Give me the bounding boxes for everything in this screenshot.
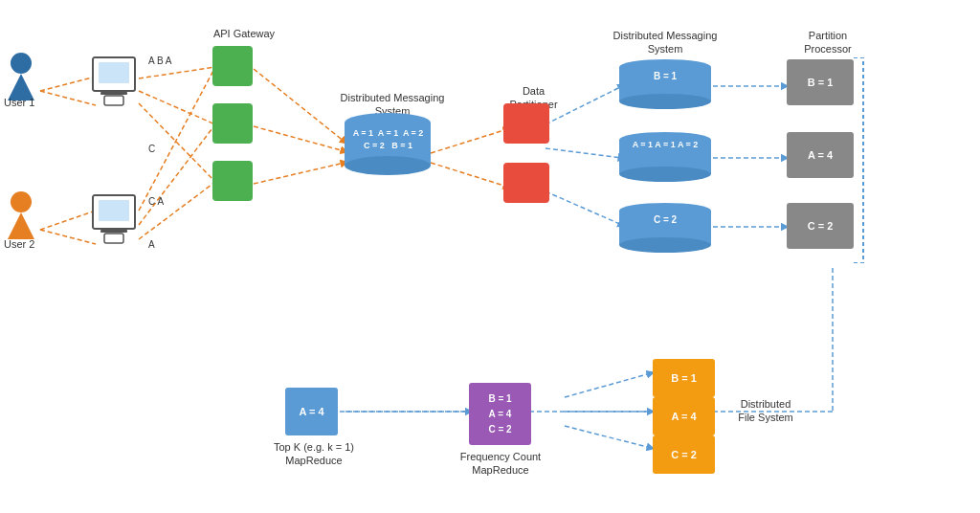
dms-right-cylinder-3: C = 2	[617, 203, 713, 253]
data-partitioner-box-2	[503, 163, 549, 203]
user1-device	[91, 56, 137, 108]
svg-rect-28	[99, 62, 129, 83]
msg-a: A	[148, 239, 155, 250]
svg-line-8	[139, 124, 215, 225]
freq-doc: B = 1A = 4C = 2	[469, 383, 531, 445]
svg-line-6	[139, 103, 215, 182]
svg-line-17	[546, 191, 622, 225]
svg-point-43	[619, 167, 711, 182]
msg-aba: A B A	[148, 56, 171, 66]
dfs-box-3: C = 2	[653, 435, 715, 474]
msg-ca: C A	[148, 196, 164, 207]
user2-body	[8, 212, 34, 239]
user1-label: User 1	[4, 96, 34, 109]
dms-right-cylinder-1: B = 1	[617, 59, 713, 109]
partition-processor-label: PartitionProcessor	[790, 29, 866, 56]
svg-line-5	[139, 91, 215, 124]
svg-line-16	[546, 148, 622, 158]
svg-line-7	[139, 67, 215, 211]
pp-bracket	[852, 57, 866, 263]
svg-line-11	[254, 126, 345, 151]
svg-line-9	[139, 182, 215, 239]
svg-line-2	[40, 211, 96, 230]
svg-line-13	[431, 129, 507, 153]
dfs-box-2: A = 4	[653, 397, 715, 435]
user2-figure	[8, 191, 34, 239]
svg-line-12	[254, 163, 345, 184]
svg-point-37	[345, 156, 431, 175]
dfs-label: DistributedFile System	[723, 397, 809, 425]
svg-line-10	[254, 69, 345, 142]
dms-right-label: Distributed MessagingSystem	[612, 29, 718, 56]
pp-box-2: A = 4	[787, 132, 854, 178]
dfs-box-1: B = 1	[653, 359, 715, 397]
api-gateway-box-2	[212, 103, 253, 144]
pp-box-1: B = 1	[787, 59, 854, 105]
svg-line-22	[565, 373, 651, 397]
freq-label: Frequency CountMapReduce	[453, 450, 548, 478]
dms-cylinder: A = 1 A = 1 A = 2C = 2 B = 1	[343, 113, 434, 175]
svg-rect-30	[104, 96, 123, 105]
svg-rect-33	[100, 230, 127, 233]
svg-line-4	[139, 67, 215, 78]
user2-device	[91, 193, 137, 246]
svg-line-14	[431, 163, 507, 187]
svg-rect-32	[99, 200, 129, 221]
api-gateway-label: API Gateway	[206, 27, 282, 40]
svg-point-40	[619, 94, 711, 109]
svg-line-24	[565, 426, 651, 448]
svg-line-1	[40, 91, 96, 105]
user2-label: User 2	[4, 237, 34, 251]
svg-line-3	[40, 230, 96, 244]
svg-rect-29	[100, 92, 127, 95]
svg-point-46	[619, 237, 711, 253]
pp-box-3: C = 2	[787, 203, 854, 249]
dms-right-cylinder-2: A = 1 A = 1 A = 2	[617, 132, 713, 182]
user2-circle	[11, 191, 32, 212]
svg-rect-34	[104, 234, 123, 243]
api-gateway-box-1	[212, 46, 253, 86]
topk-label: Top K (e.g. k = 1)MapReduce	[266, 440, 362, 468]
user1-circle	[11, 53, 32, 74]
svg-line-0	[40, 77, 96, 91]
data-partitioner-box-1	[503, 103, 549, 144]
msg-c: C	[148, 144, 155, 154]
api-gateway-box-3	[212, 161, 253, 201]
user1-figure	[8, 53, 34, 100]
topk-doc: A = 4	[285, 388, 338, 435]
